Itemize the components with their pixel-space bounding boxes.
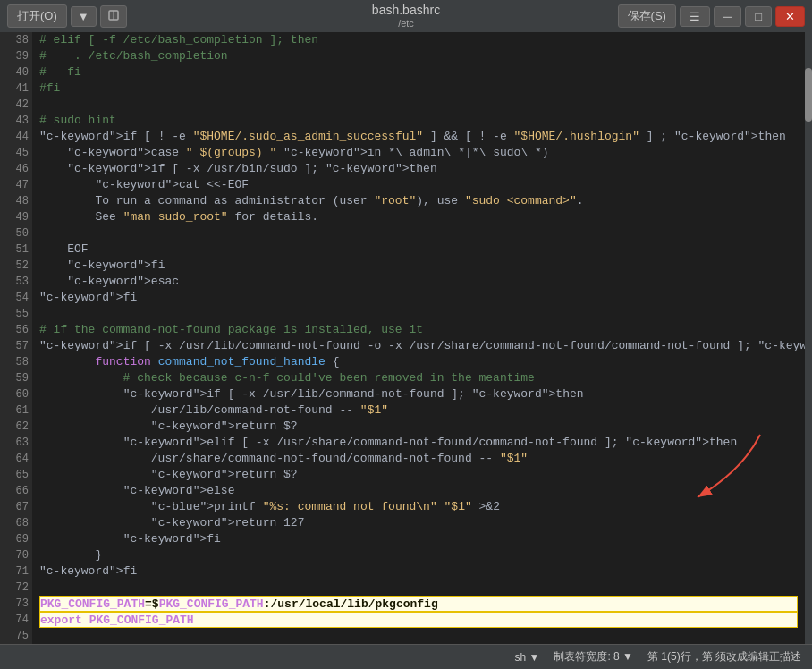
code-line-65: "c-keyword">return $? — [39, 467, 798, 483]
scrollbar[interactable] — [805, 32, 812, 644]
code-line-73: PKG_CONFIG_PATH=$PKG_CONFIG_PATH:/usr/lo… — [39, 596, 798, 612]
line-numbers: 3839404142434445464748495051525354555657… — [0, 32, 32, 644]
code-line-58: function command_not_found_handle { — [39, 354, 798, 370]
code-line-38: # elif [ -f /etc/bash_completion ]; then — [39, 32, 798, 48]
code-line-44: "c-keyword">if [ ! -e "$HOME/.sudo_as_ad… — [39, 129, 798, 145]
code-line-41: #fi — [39, 80, 798, 97]
code-line-57: "c-keyword">if [ -x /usr/lib/command-not… — [39, 338, 798, 354]
code-line-55 — [39, 306, 798, 322]
dropdown-button[interactable]: ▼ — [71, 6, 97, 27]
code-line-70: } — [39, 547, 798, 563]
statusbar: sh ▼ 制表符宽度: 8 ▼ 第 1(5)行，第 须改成编辑正描述 — [0, 644, 812, 669]
window-title: bash.bashrc — [372, 3, 440, 18]
code-line-66: "c-keyword">else — [39, 483, 798, 499]
code-line-72 — [39, 580, 798, 596]
code-line-64: /usr/share/command-not-found/command-not… — [39, 451, 798, 467]
titlebar: 打开(O) ▼ bash.bashrc /etc 保存(S) ☰ ─ □ ✕ — [0, 0, 812, 32]
save-button[interactable]: 保存(S) — [618, 4, 676, 28]
code-line-53: "c-keyword">esac — [39, 274, 798, 290]
scrollbar-thumb[interactable] — [805, 68, 812, 122]
code-line-47: "c-keyword">cat <<-EOF — [39, 177, 798, 193]
menu-button[interactable]: ☰ — [680, 6, 710, 27]
code-area[interactable]: # elif [ -f /etc/bash_completion ]; then… — [32, 32, 805, 644]
close-button[interactable]: ✕ — [775, 6, 805, 27]
code-line-63: "c-keyword">elif [ -x /usr/share/command… — [39, 435, 798, 451]
code-line-49: See "man sudo_root" for details. — [39, 209, 798, 225]
code-line-75 — [39, 628, 798, 644]
code-line-71: "c-keyword">fi — [39, 563, 798, 580]
code-line-60: "c-keyword">if [ -x /usr/lib/command-not… — [39, 386, 798, 402]
code-line-56: # if the command-not-found package is in… — [39, 322, 798, 338]
tab-width-selector[interactable]: 制表符宽度: 8 ▼ — [554, 649, 633, 665]
statusbar-right: sh ▼ 制表符宽度: 8 ▼ 第 1(5)行，第 须改成编辑正描述 — [515, 649, 801, 665]
code-line-45: "c-keyword">case " $(groups) " "c-keywor… — [39, 145, 798, 161]
code-line-39: # . /etc/bash_completion — [39, 48, 798, 64]
code-line-69: "c-keyword">fi — [39, 531, 798, 547]
code-line-46: "c-keyword">if [ -x /usr/bin/sudo ]; "c-… — [39, 161, 798, 177]
code-line-61: /usr/lib/command-not-found -- "$1" — [39, 402, 798, 419]
code-line-68: "c-keyword">return 127 — [39, 515, 798, 531]
titlebar-center: bash.bashrc /etc — [372, 3, 440, 30]
code-line-52: "c-keyword">fi — [39, 258, 798, 274]
code-line-67: "c-blue">printf "%s: command not found\n… — [39, 499, 798, 515]
window-subtitle: /etc — [372, 18, 440, 30]
code-line-54: "c-keyword">fi — [39, 290, 798, 306]
code-line-62: "c-keyword">return $? — [39, 419, 798, 435]
minimize-button[interactable]: ─ — [714, 6, 741, 27]
code-line-43: # sudo hint — [39, 113, 798, 129]
lang-selector[interactable]: sh ▼ — [515, 651, 540, 664]
editor: 3839404142434445464748495051525354555657… — [0, 32, 812, 644]
code-line-74: export PKG_CONFIG_PATH — [39, 612, 798, 628]
code-line-48: To run a command as administrator (user … — [39, 193, 798, 209]
open-button[interactable]: 打开(O) — [7, 4, 67, 28]
titlebar-left: 打开(O) ▼ — [7, 4, 127, 28]
code-line-40: # fi — [39, 64, 798, 80]
pin-button[interactable] — [100, 5, 127, 28]
code-line-42 — [39, 97, 798, 113]
code-line-51: EOF — [39, 241, 798, 258]
cursor-position: 第 1(5)行，第 须改成编辑正描述 — [647, 649, 801, 665]
code-line-59: # check because c-n-f could've been remo… — [39, 370, 798, 386]
titlebar-right: 保存(S) ☰ ─ □ ✕ — [618, 4, 805, 28]
code-line-50 — [39, 225, 798, 241]
maximize-button[interactable]: □ — [745, 6, 772, 27]
